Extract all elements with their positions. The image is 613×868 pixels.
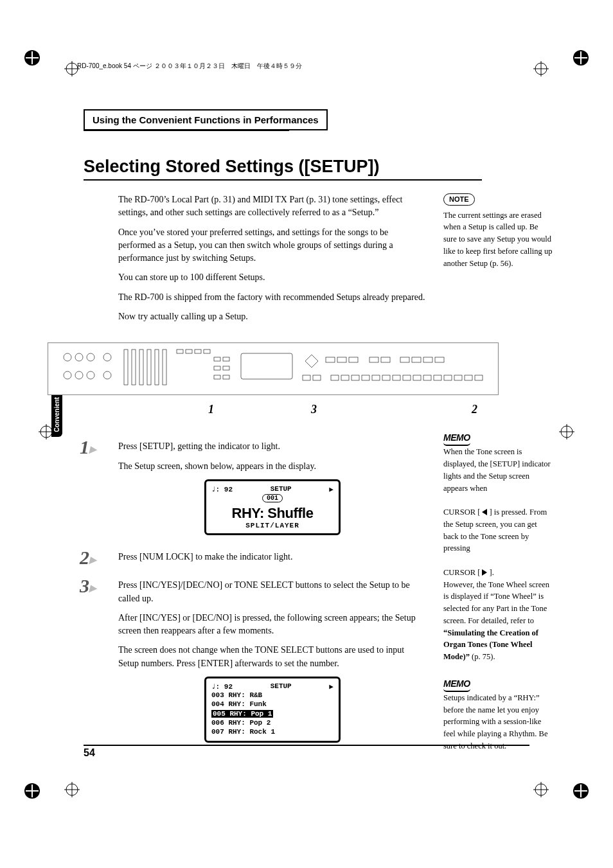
- lcd-tempo: ♩: 92: [211, 485, 233, 493]
- lcd-title: SETUP: [271, 682, 292, 691]
- step-body: After [INC/YES] or [DEC/NO] is pressed, …: [118, 612, 427, 638]
- step-body: The Setup screen, shown below, appears i…: [118, 460, 427, 473]
- intro-para: You can store up to 100 different Setups…: [118, 271, 427, 284]
- panel-diagram: [48, 342, 499, 395]
- crop-mark-icon: [568, 45, 594, 71]
- lcd-screen-2: ♩: 92 SETUP ▶ 003 RHY: R&B004 RHY: Funk0…: [204, 677, 341, 742]
- intro-para: The RD-700’s Local Part (p. 31) and MIDI…: [118, 193, 427, 220]
- step-3: 3▶ Press [INC/YES]/[DEC/NO] or TONE SELE…: [118, 579, 427, 742]
- registration-icon: [533, 61, 549, 76]
- lcd-tempo: ♩: 92: [211, 682, 233, 691]
- page-number: 54: [84, 746, 529, 759]
- crop-mark-icon: [19, 778, 45, 804]
- intro-para: The RD-700 is shipped from the factory w…: [118, 291, 427, 304]
- side-column: NOTE The current settings are erased whe…: [443, 193, 553, 269]
- cursor-right-icon: ▶: [329, 485, 333, 493]
- step-number: 2▶: [80, 547, 96, 569]
- callout-2: 2: [472, 403, 477, 416]
- svg-rect-30: [49, 344, 497, 393]
- memo-text: Setups indicated by a “RHY:” before the …: [443, 692, 553, 752]
- step-title: Press [SETUP], getting the indicator to …: [118, 440, 427, 453]
- step-number: 3▶: [80, 575, 96, 597]
- build-header: RD-700_e.book 54 ページ ２００３年１０月２３日 木曜日 午後４…: [77, 62, 302, 71]
- main-column: The RD-700’s Local Part (p. 31) and MIDI…: [118, 193, 427, 330]
- lcd-title: SETUP: [271, 485, 292, 493]
- crop-mark-icon: [19, 45, 45, 71]
- steps-column: 1▶ Press [SETUP], getting the indicator …: [118, 425, 427, 742]
- lcd-big-text: RHY: Shuffle: [211, 502, 333, 522]
- rule: [84, 179, 482, 181]
- registration-icon: [64, 782, 80, 797]
- figure-callouts: 1 3 2: [48, 403, 497, 418]
- step-1: 1▶ Press [SETUP], getting the indicator …: [118, 440, 427, 535]
- step-body: The screen does not change when the TONE…: [118, 644, 427, 670]
- page-footer: 54: [84, 745, 529, 759]
- memo-label: MEMO: [443, 431, 470, 445]
- lcd-setup-number: 001: [262, 494, 283, 502]
- intro-para: Now try actually calling up a Setup.: [118, 310, 427, 323]
- section-header: Using the Convenient Functions in Perfor…: [84, 109, 328, 130]
- intro-para: Once you’ve stored your preferred settin…: [118, 226, 427, 265]
- cursor-right-icon: ▶: [329, 682, 333, 691]
- lcd-list: 003 RHY: R&B004 RHY: Funk005 RHY: Pop 10…: [211, 691, 333, 736]
- step-title: Press [NUM LOCK] to make the indicator l…: [118, 551, 427, 563]
- registration-icon: [559, 424, 574, 439]
- step-2: 2▶ Press [NUM LOCK] to make the indicato…: [118, 551, 427, 563]
- note-label: NOTE: [443, 193, 475, 206]
- callout-1: 1: [208, 403, 214, 416]
- side-column-lower: MEMO When the Tone screen is displayed, …: [443, 425, 553, 752]
- memo-text: When the Tone screen is displayed, the […: [443, 446, 553, 663]
- lcd-footer: SPLIT/LAYER: [211, 522, 333, 529]
- step-title: Press [INC/YES]/[DEC/NO] or TONE SELECT …: [118, 579, 427, 605]
- crop-mark-icon: [568, 778, 594, 804]
- step-number: 1▶: [80, 436, 96, 458]
- note-text: The current settings are erased when a S…: [443, 209, 553, 270]
- memo-label: MEMO: [443, 677, 470, 691]
- lcd-screen-1: ♩: 92 SETUP ▶ 001 RHY: Shuffle SPLIT/LAY…: [204, 479, 341, 535]
- page-heading: Selecting Stored Settings ([SETUP]): [84, 157, 529, 177]
- callout-3: 3: [311, 403, 317, 416]
- registration-icon: [533, 782, 549, 797]
